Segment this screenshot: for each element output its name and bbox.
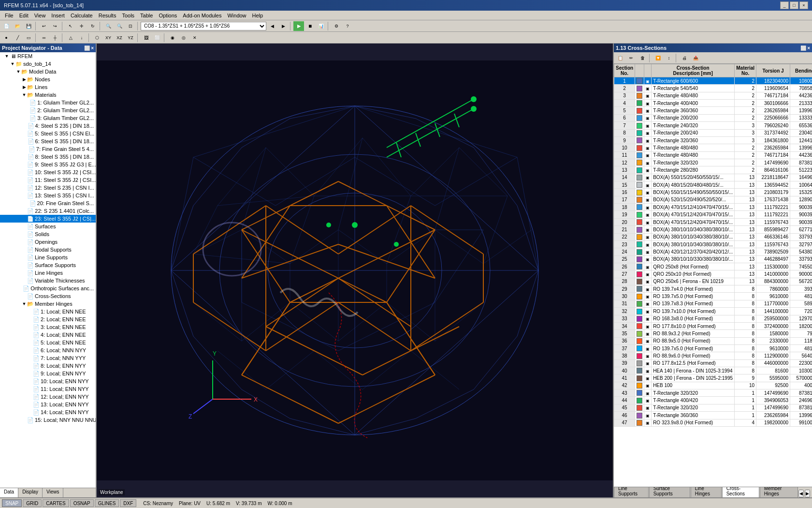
tree-item[interactable]: ▼📂Member Hinges	[0, 300, 96, 308]
table-row[interactable]: 26▣QRO 250x8 (Hot Formed)131153000007455…	[614, 263, 812, 270]
nav-close-btn[interactable]: ×	[91, 45, 94, 51]
right-tab-surface-supports[interactable]: Surface Supports	[649, 487, 690, 497]
table-row[interactable]: 11▣T-Rectangle 480/480274671718444236800…	[614, 151, 812, 159]
tree-item[interactable]: 📄15: Local; NNY NNU NNU...	[0, 416, 96, 424]
table-row[interactable]: 33▣RO 168.3x8.0 (Hot Formed)825950000012…	[614, 315, 812, 322]
nav-tree[interactable]: ▼🖥RFEM▼📁sdo_tob_14▼📂Model Data▶📂Nodes▶📂L…	[0, 52, 96, 488]
table-row[interactable]: 34▣RO 177.8x10.0 (Hot Formed)83724000001…	[614, 322, 812, 329]
table-row[interactable]: 27▣QRO 250x10 (Hot Formed)13141000000900…	[614, 270, 812, 278]
tree-item[interactable]: ▼📁sdo_tob_14	[0, 60, 96, 68]
menu-item-calculate[interactable]: Calculate	[68, 12, 96, 19]
snap-node-btn[interactable]: ◉	[167, 33, 178, 43]
table-row[interactable]: 38▣RO 88.9x6.0 (Hot Formed)8112900000564…	[614, 352, 812, 359]
right-tab-member-hinges[interactable]: Member Hinges	[760, 487, 798, 497]
tree-item[interactable]: 📄Surfaces	[0, 223, 96, 230]
table-row[interactable]: 21▣BOX(A) 380/10/10/340/380/380/10/...13…	[614, 226, 812, 233]
table-row[interactable]: 35▣RO 88.9x3.2 (Hot Formed)8158000079200…	[614, 330, 812, 337]
results-btn[interactable]: 📊	[316, 21, 326, 31]
undo-btn[interactable]: ↩	[39, 21, 49, 31]
rotate-btn[interactable]: ↻	[87, 21, 98, 31]
surface-btn[interactable]: ▭	[23, 33, 34, 43]
tree-item[interactable]: 📄1: Glulam Timber GL2...	[0, 99, 96, 106]
tree-item[interactable]: 📄3: Local; ENN NEE	[0, 323, 96, 331]
tree-item[interactable]: 📄Nodal Supports	[0, 246, 96, 254]
table-row[interactable]: 12▣T-Rectangle 320/320214749969087381337…	[614, 159, 812, 166]
tree-item[interactable]: 📄12: Steel S 235 | CSN I...	[0, 184, 96, 192]
table-row[interactable]: 18▣BOX(A) 470/15/12/410/470/470/15/...13…	[614, 204, 812, 211]
cross-btn[interactable]: ┼	[50, 33, 60, 43]
menu-item-file[interactable]: File	[2, 12, 16, 19]
tree-item[interactable]: 📄22: S 235 1.4401 (Colc...	[0, 207, 96, 215]
node-btn[interactable]: ●	[1, 33, 12, 43]
table-row[interactable]: 44▣T-Rectangle 400/420139490605324696002…	[614, 397, 812, 404]
table-row[interactable]: 6▣T-Rectangle 200/2002225066666133333344…	[614, 114, 812, 121]
tree-item[interactable]: 📄3: Glulam Timber GL2...	[0, 114, 96, 122]
table-row[interactable]: 40▣HEA 140 | Ferona - DIN 1025-3:1994881…	[614, 367, 812, 374]
status-btn-snap[interactable]: SNAP	[2, 499, 22, 507]
table-row[interactable]: 10▣T-Rectangle 480/480223626598413996800…	[614, 144, 812, 151]
tree-item[interactable]: 📄12: Local; ENN NYY	[0, 393, 96, 401]
table-row[interactable]: 20▣BOX(A) 470/15/12/420/470/470/15/...13…	[614, 218, 812, 225]
tree-item[interactable]: 📄9: Steel S 355 J2 G3 | E...	[0, 161, 96, 168]
rt-new-btn[interactable]: 📋	[615, 53, 625, 63]
tree-item[interactable]: 📄11: Local; ENN NYY	[0, 385, 96, 393]
tree-item[interactable]: 📄Surface Supports	[0, 261, 96, 269]
tree-item[interactable]: ▼📂Model Data	[0, 68, 96, 75]
menu-item-options[interactable]: Options	[156, 12, 180, 19]
table-row[interactable]: 4▣T-Rectangle 400/4002360106666213333350…	[614, 100, 812, 107]
tree-item[interactable]: 📄Variable Thicknesses	[0, 277, 96, 284]
status-btn-cartes[interactable]: CARTES	[43, 499, 69, 507]
rt-edit-btn[interactable]: ✏	[626, 53, 637, 63]
table-row[interactable]: 28▣QRO 250x6 | Ferona - EN 1021913884300…	[614, 278, 812, 285]
table-row[interactable]: 16▣BOX(A) 550/15/15/490/550/550/15/...13…	[614, 189, 812, 196]
table-row[interactable]: 43▣T-Rectangle 320/320114749969087381337…	[614, 389, 812, 397]
cross-table[interactable]: SectionNo.Cross-SectionDescription [mm]M…	[614, 64, 812, 487]
tree-item[interactable]: 📄2: Local; ENN NEE	[0, 315, 96, 323]
right-tab-line-supports[interactable]: Line Supports	[614, 487, 649, 497]
tree-item[interactable]: 📄Orthotropic Surfaces anc...	[0, 284, 96, 292]
close-btn[interactable]: ×	[799, 1, 808, 9]
table-row[interactable]: 2▣T-Rectangle 540/5402119609654708587980…	[614, 85, 812, 92]
rt-export-btn[interactable]: 📤	[690, 53, 701, 63]
tree-item[interactable]: 📄Line Supports	[0, 254, 96, 261]
tree-item[interactable]: 📄Cross-Sections	[0, 292, 96, 300]
minimize-btn[interactable]: _	[780, 1, 789, 9]
table-row[interactable]: 45▣T-Rectangle 320/320114749969087381337…	[614, 404, 812, 411]
table-row[interactable]: 32▣RO 139.7x10.0 (Hot Formed)81441000007…	[614, 308, 812, 315]
table-row[interactable]: 47▣RO 323.9x8.0 (Hot Formed)419820000099…	[614, 419, 812, 426]
tree-item[interactable]: 📄Openings	[0, 238, 96, 246]
table-row[interactable]: 9▣T-Rectangle 320/3603184361800124416000…	[614, 136, 812, 144]
viewport[interactable]: Y X Z Workplane	[97, 44, 613, 497]
status-btn-osnap[interactable]: OSNAP	[70, 499, 94, 507]
tree-item[interactable]: ▼🖥RFEM	[0, 52, 96, 60]
table-row[interactable]: 15▣BOX(A) 480/15/20/480/480/15/...131365…	[614, 181, 812, 189]
table-row[interactable]: 1▣T-Rectangle 600/6002182304000108000000…	[614, 77, 812, 85]
tab-scroll-right[interactable]: ▶	[805, 490, 810, 497]
load-btn[interactable]: ↓	[76, 33, 87, 43]
table-row[interactable]: 36▣RO 88.9x5.0 (Hot Formed)8233000011800…	[614, 337, 812, 344]
table-row[interactable]: 13▣T-Rectangle 280/280286461610651223444…	[614, 166, 812, 174]
right-tab-cross-sections[interactable]: Cross-Sections	[722, 487, 759, 497]
table-row[interactable]: 39▣RO 177.8x12.5 (Hot Formed)84460000002…	[614, 359, 812, 367]
tree-item[interactable]: 📄4: Local; ENN NEE	[0, 331, 96, 339]
open-btn[interactable]: 📂	[12, 21, 23, 31]
nav-tab-display[interactable]: Display	[18, 488, 43, 497]
stop-btn[interactable]: ⏹	[304, 21, 315, 31]
nav-float-btn[interactable]: ⬜	[84, 45, 90, 51]
table-row[interactable]: 30▣RO 139.7x5.0 (Hot Formed)896100004810…	[614, 293, 812, 300]
tree-item[interactable]: 📄8: Steel S 355 | DIN 18...	[0, 153, 96, 161]
tree-item[interactable]: 📄11: Steel S 355 J2 | CSI...	[0, 176, 96, 184]
table-row[interactable]: 5▣T-Rectangle 360/3602236265984139968000…	[614, 107, 812, 114]
zoom-in-btn[interactable]: 🔍	[103, 21, 114, 31]
tree-item[interactable]: 📄Solids	[0, 230, 96, 238]
table-row[interactable]: 42▣HEB 100109250040000001	[614, 382, 812, 389]
new-btn[interactable]: 📄	[1, 21, 12, 31]
settings-btn[interactable]: ⚙	[331, 21, 342, 31]
tree-item[interactable]: 📄6: Local; NNN NYY	[0, 346, 96, 354]
move-btn[interactable]: ✛	[76, 21, 87, 31]
menu-item-tools[interactable]: Tools	[119, 12, 137, 19]
table-row[interactable]: 8▣T-Rectangle 200/2403317374492230400016…	[614, 129, 812, 136]
wire-btn[interactable]: ⬜	[152, 33, 162, 43]
zoom-out-btn[interactable]: 🔍	[114, 21, 125, 31]
nav-tab-data[interactable]: Data	[0, 488, 18, 497]
